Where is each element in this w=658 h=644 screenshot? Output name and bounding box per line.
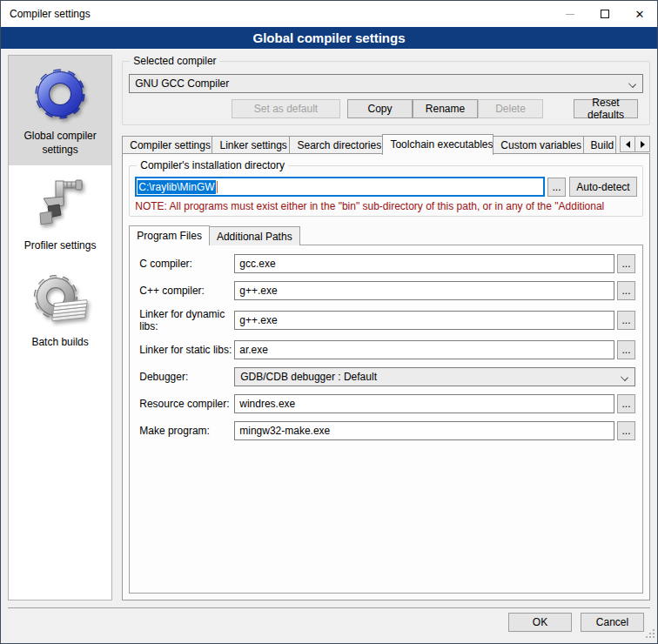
gear-stack-icon bbox=[32, 272, 88, 328]
resource-compiler-input[interactable] bbox=[234, 394, 614, 413]
reset-defaults-button[interactable]: Reset defaults bbox=[574, 99, 638, 118]
installation-directory-legend: Compiler's installation directory bbox=[137, 159, 288, 171]
sidebar-item-label: Profiler settings bbox=[24, 238, 97, 252]
debugger-label: Debugger: bbox=[137, 371, 234, 383]
copy-button[interactable]: Copy bbox=[347, 99, 413, 118]
installation-directory-browse-button[interactable]: ... bbox=[547, 178, 566, 197]
main-panel: Selected compiler GNU GCC Compiler Set a… bbox=[122, 55, 650, 600]
debugger-select-value: GDB/CDB debugger : Default bbox=[240, 371, 377, 383]
static-linker-browse-button[interactable]: ... bbox=[617, 340, 635, 359]
page-title: Global compiler settings bbox=[252, 30, 405, 45]
field-row-static-linker: Linker for static libs: ... bbox=[137, 340, 635, 359]
compiler-select-value: GNU GCC Compiler bbox=[135, 77, 229, 90]
cancel-button[interactable]: Cancel bbox=[581, 613, 644, 632]
field-row-make-program: Make program: ... bbox=[137, 421, 635, 440]
close-icon: ✕ bbox=[635, 9, 645, 20]
window-title: Compiler settings bbox=[1, 8, 91, 20]
gear-blue-icon bbox=[32, 66, 88, 122]
tab-scroll-left-icon bbox=[626, 141, 630, 148]
installation-directory-group: Compiler's installation directory C:\ray… bbox=[129, 165, 643, 217]
field-row-resource-compiler: Resource compiler: ... bbox=[137, 394, 635, 413]
tab-scroll-left-button[interactable] bbox=[620, 136, 635, 152]
field-row-debugger: Debugger: GDB/CDB debugger : Default bbox=[137, 367, 635, 386]
c-compiler-label: C compiler: bbox=[137, 258, 234, 270]
auto-detect-button[interactable]: Auto-detect bbox=[569, 177, 637, 197]
make-program-label: Make program: bbox=[137, 425, 234, 437]
maximize-icon bbox=[601, 10, 609, 18]
cpp-compiler-label: C++ compiler: bbox=[137, 285, 234, 297]
sidebar-item-batch-builds[interactable]: Batch builds bbox=[9, 262, 111, 358]
ok-button[interactable]: OK bbox=[508, 613, 572, 632]
tab-scroll-right-icon bbox=[641, 141, 645, 148]
caliper-icon bbox=[32, 176, 88, 231]
titlebar: Compiler settings ✕ bbox=[1, 1, 657, 27]
chevron-down-icon bbox=[621, 373, 628, 381]
sidebar-item-label: Batch builds bbox=[31, 335, 88, 349]
program-files-panel: C compiler: ... C++ compiler: ... Linker… bbox=[129, 245, 643, 594]
delete-button[interactable]: Delete bbox=[478, 99, 543, 118]
tab-linker-settings[interactable]: Linker settings bbox=[212, 136, 290, 154]
field-row-dynamic-linker: Linker for dynamic libs: ... bbox=[137, 308, 635, 332]
window-controls: ✕ bbox=[553, 1, 657, 27]
installation-note: NOTE: All programs must exist either in … bbox=[135, 200, 637, 212]
page-title-banner: Global compiler settings bbox=[1, 27, 657, 49]
tab-scroll-right-button[interactable] bbox=[634, 136, 650, 152]
installation-directory-row: C:\raylib\MinGW ... Auto-detect bbox=[135, 177, 637, 197]
compiler-buttons-row: Set as default Copy Rename Delete Reset … bbox=[129, 99, 643, 118]
tab-scroll-arrows bbox=[621, 136, 650, 152]
compiler-settings-dialog: Compiler settings ✕ Global compiler sett… bbox=[0, 0, 658, 644]
minimize-button[interactable] bbox=[553, 1, 588, 27]
sidebar-item-label: Global compiler settings bbox=[12, 129, 108, 157]
resource-compiler-browse-button[interactable]: ... bbox=[617, 394, 635, 413]
rename-button[interactable]: Rename bbox=[413, 99, 478, 118]
compiler-select[interactable]: GNU GCC Compiler bbox=[129, 74, 643, 93]
text-caret bbox=[217, 181, 218, 193]
cpp-compiler-browse-button[interactable]: ... bbox=[617, 281, 635, 300]
resize-grip[interactable] bbox=[646, 629, 655, 641]
field-row-cpp-compiler: C++ compiler: ... bbox=[137, 281, 635, 300]
debugger-select[interactable]: GDB/CDB debugger : Default bbox=[234, 367, 635, 386]
dynamic-linker-label: Linker for dynamic libs: bbox=[137, 308, 234, 332]
set-as-default-button[interactable]: Set as default bbox=[232, 99, 340, 118]
tab-search-directories[interactable]: Search directories bbox=[289, 136, 383, 154]
dialog-body: Global compiler settings bbox=[1, 49, 657, 607]
subtab-program-files[interactable]: Program Files bbox=[129, 225, 210, 245]
resource-compiler-label: Resource compiler: bbox=[137, 398, 234, 410]
settings-tabstrip: Compiler settings Linker settings Search… bbox=[122, 134, 650, 154]
cpp-compiler-input[interactable] bbox=[234, 281, 614, 300]
field-row-c-compiler: C compiler: ... bbox=[137, 254, 635, 273]
tab-compiler-settings[interactable]: Compiler settings bbox=[122, 136, 212, 154]
make-program-input[interactable] bbox=[234, 421, 614, 440]
tab-custom-variables[interactable]: Custom variables bbox=[493, 136, 583, 154]
make-program-browse-button[interactable]: ... bbox=[617, 421, 635, 440]
static-linker-label: Linker for static libs: bbox=[137, 344, 234, 356]
static-linker-input[interactable] bbox=[234, 340, 614, 359]
installation-directory-input[interactable]: C:\raylib\MinGW bbox=[135, 177, 545, 197]
toolchain-executables-page: Compiler's installation directory C:\ray… bbox=[122, 153, 650, 600]
selected-compiler-legend: Selected compiler bbox=[130, 55, 219, 67]
installation-directory-value: C:\raylib\MinGW bbox=[138, 180, 215, 194]
sidebar-item-profiler-settings[interactable]: Profiler settings bbox=[9, 165, 111, 261]
chevron-down-icon bbox=[628, 80, 636, 88]
footer: OK Cancel bbox=[1, 608, 657, 643]
dynamic-linker-input[interactable] bbox=[234, 311, 614, 330]
dynamic-linker-browse-button[interactable]: ... bbox=[617, 311, 635, 330]
settings-sidebar: Global compiler settings bbox=[8, 55, 112, 600]
sidebar-item-global-compiler-settings[interactable]: Global compiler settings bbox=[9, 56, 111, 165]
tab-build-options[interactable]: Build bbox=[583, 136, 616, 154]
close-button[interactable]: ✕ bbox=[622, 1, 657, 27]
minimize-icon bbox=[566, 14, 574, 15]
maximize-button[interactable] bbox=[588, 1, 622, 27]
c-compiler-browse-button[interactable]: ... bbox=[617, 254, 635, 273]
tab-toolchain-executables[interactable]: Toolchain executables bbox=[382, 134, 494, 155]
subtab-additional-paths[interactable]: Additional Paths bbox=[209, 226, 300, 245]
program-files-tabstrip: Program Files Additional Paths bbox=[129, 225, 643, 245]
selected-compiler-group: Selected compiler GNU GCC Compiler Set a… bbox=[122, 61, 650, 125]
c-compiler-input[interactable] bbox=[234, 254, 614, 273]
